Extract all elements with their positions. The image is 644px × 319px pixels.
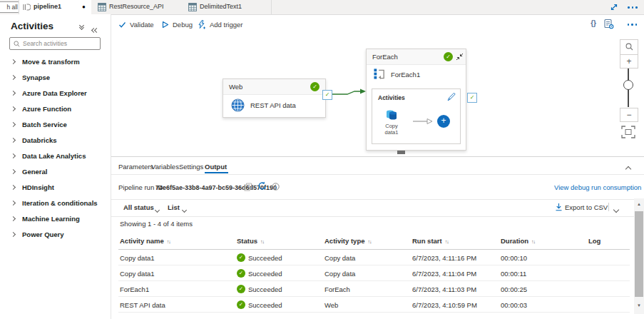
category-synapse[interactable]: Synapse [0,70,111,86]
succeeded-icon: ✓ [237,253,245,262]
validate-label: Validate [130,21,154,29]
tab-settings[interactable]: Settings [179,163,203,171]
scroll-up-button[interactable]: ▲ [634,198,644,210]
edit-pencil-icon[interactable] [447,93,456,101]
activity-node-web[interactable]: Web ✓ REST API data [223,79,326,118]
web-success-port[interactable]: ✓ [322,90,332,100]
info-icon[interactable] [272,183,280,191]
tab-label: DelimitedText1 [200,3,242,10]
collapse-sidebar-icon[interactable] [92,26,98,34]
view-consumption-link[interactable]: View debug run consumption [554,183,641,191]
add-trigger-button[interactable]: Add trigger [198,15,242,34]
copy-data-icon[interactable] [384,108,399,122]
view-filter-dropdown[interactable]: List [168,203,180,211]
pipeline-toolbar: Validate Debug Add trigger {} [111,15,644,34]
foreach-icon [374,68,386,80]
magnifier-icon [625,43,633,51]
sort-icon[interactable]: ↑↓ [368,239,372,244]
search-input[interactable] [23,40,100,47]
category-power-query[interactable]: Power Query [0,227,111,243]
pipeline-icon [22,3,31,11]
collapse-node-icon[interactable] [456,53,464,61]
category-machine-learning[interactable]: Machine Learning [0,211,111,227]
foreach-activity-name: ForEach1 [391,71,420,79]
export-csv-button[interactable]: Export to CSV [565,203,608,211]
sort-icon[interactable]: ↑↓ [531,239,535,244]
add-trigger-label: Add trigger [210,21,242,29]
table-row[interactable]: ForEach1 ✓ Succeeded ForEach 6/7/2023, 4… [111,281,634,297]
add-activity-button[interactable]: + [437,115,450,128]
dataset-icon [188,3,197,11]
category-move-transform[interactable]: Move & transform [0,54,111,70]
category-azure-data-explorer[interactable]: Azure Data Explorer [0,86,111,101]
more-icon[interactable] [628,6,638,9]
sidebar-title: Activities [11,21,53,31]
expand-window-icon[interactable] [610,3,618,11]
category-batch-service[interactable]: Batch Service [0,117,111,133]
debug-label: Debug [173,21,193,29]
collapse-panel-icon[interactable] [626,165,630,173]
more-icon[interactable] [628,24,638,26]
chevron-right-icon [11,153,16,158]
properties-icon[interactable] [603,19,614,29]
showing-count-text: Showing 1 - 4 of 4 items [120,220,193,228]
success-connector-line [330,86,367,100]
tab-strip: h all pipeline1 ● RestResource_API Delim… [0,0,644,15]
status-filter-dropdown[interactable]: All status [123,203,154,211]
success-badge-icon: ✓ [310,82,320,91]
chevron-right-icon [11,232,16,237]
category-hdinsight[interactable]: HDInsight [0,180,111,196]
col-activity-name: Activity name [120,237,164,245]
activity-node-foreach[interactable]: ForEach ✓ ForEach1 Activities [366,49,466,151]
table-row[interactable]: REST API data ✓ Succeeded Web 6/7/2023, … [111,297,634,313]
sort-icon[interactable]: ↑↓ [167,239,170,244]
col-run-start: Run start [412,237,442,245]
check-icon [118,21,126,29]
category-iteration-conditionals[interactable]: Iteration & conditionals [0,196,111,211]
table-row[interactable]: Copy data1 ✓ Succeeded Copy data 6/7/202… [111,250,634,265]
category-general[interactable]: General [0,164,111,180]
web-activity-name: REST API data [250,101,296,109]
zoom-out-button[interactable]: − [620,108,638,122]
table-row[interactable]: Copy data1 ✓ Succeeded Copy data 6/7/202… [111,265,634,281]
sort-icon[interactable]: ↑↓ [260,239,264,244]
zoom-in-button[interactable]: + [620,54,638,69]
foreach-activities-panel[interactable]: Activities Copy data1 + [372,88,461,144]
chevron-right-icon [11,169,16,174]
foreach-success-port[interactable]: ✓ [467,93,477,103]
web-node-header: Web ✓ [223,79,325,95]
tab-parameters[interactable]: Parameters [118,163,153,171]
tab-output[interactable]: Output [205,163,227,171]
tab-variables[interactable]: Variables [151,163,179,171]
fit-to-screen-icon[interactable] [621,126,635,138]
code-view-button[interactable]: {} [591,19,596,27]
tab-delimitedtext1[interactable]: DelimitedText1 [180,0,272,14]
sort-icon[interactable]: ↑↓ [445,239,449,244]
zoom-slider-knob[interactable] [623,80,633,90]
category-databricks[interactable]: Databricks [0,133,111,148]
canvas-search-button[interactable] [620,39,638,55]
chevron-right-icon [11,138,16,143]
succeeded-icon: ✓ [237,300,245,309]
scroll-down-button[interactable]: ▼ [634,300,644,311]
category-data-lake-analytics[interactable]: Data Lake Analytics [0,148,111,164]
copy-icon[interactable] [244,183,252,191]
azure-data-factory-window: h all pipeline1 ● RestResource_API Delim… [0,0,644,319]
tab-restresource-api[interactable]: RestResource_API [91,0,180,14]
output-scrollbar[interactable]: ▲ ▼ [634,198,644,314]
validate-button[interactable]: Validate [118,15,154,34]
chevron-right-icon [11,122,16,127]
scrollbar-thumb[interactable] [635,211,643,297]
separator [608,203,609,211]
arrow-right-icon [413,118,433,125]
tab-pipeline1[interactable]: pipeline1 ● [19,0,93,14]
export-options-chevron[interactable] [614,206,618,213]
chevron-right-icon [11,201,16,206]
chevron-down-icon [155,206,159,213]
collapse-all-icon[interactable] [80,24,83,29]
debug-button[interactable]: Debug [162,15,193,34]
refresh-icon[interactable] [257,181,267,191]
category-azure-function[interactable]: Azure Function [0,101,111,117]
output-panel: Parameters Variables Settings Output Pip… [111,156,644,319]
col-log: Log [588,237,600,245]
